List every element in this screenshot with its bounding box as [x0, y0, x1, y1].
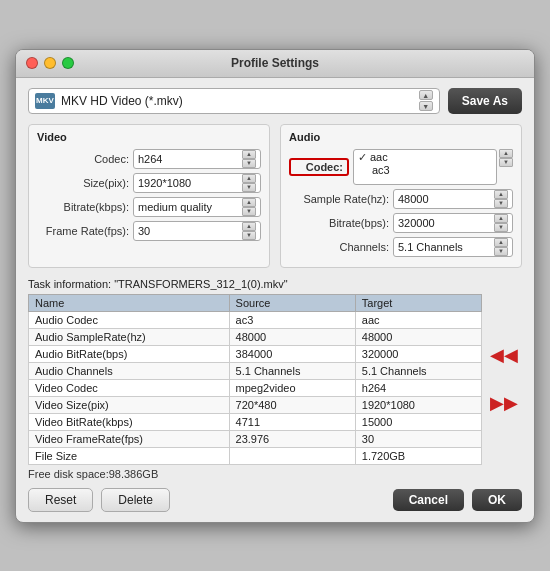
channels-arrow-up[interactable]: ▲ [494, 238, 508, 247]
table-cell-1: mpeg2video [229, 379, 355, 396]
table-row: Audio BitRate(bps)384000320000 [29, 345, 482, 362]
codec-arrow-up[interactable]: ▲ [242, 150, 256, 159]
audio-codec-arrow-up[interactable]: ▲ [499, 149, 513, 158]
codec-row: Codec: h264 ▲ ▼ [37, 149, 261, 169]
save-as-button[interactable]: Save As [448, 88, 522, 114]
next-button[interactable]: ▶▶ [490, 394, 518, 412]
table-row: Video FrameRate(fps)23.97630 [29, 430, 482, 447]
samplerate-label: Sample Rate(hz): [289, 193, 389, 205]
profile-selector[interactable]: MKV MKV HD Video (*.mkv) ▲ ▼ [28, 88, 440, 114]
audio-codec-label: Codec: [289, 158, 349, 176]
prev-button[interactable]: ◀◀ [490, 346, 518, 364]
profile-arrow-down[interactable]: ▼ [419, 101, 433, 111]
bitrate-arrow-down[interactable]: ▼ [242, 207, 256, 216]
audio-panel-title: Audio [289, 131, 513, 143]
col-target: Target [355, 294, 481, 311]
channels-stepper[interactable]: ▲ ▼ [494, 238, 508, 256]
codec-arrow-down[interactable]: ▼ [242, 159, 256, 168]
framerate-stepper[interactable]: ▲ ▼ [242, 222, 256, 240]
samplerate-arrow-down[interactable]: ▼ [494, 199, 508, 208]
audio-codec-arrow-down[interactable]: ▼ [499, 158, 513, 167]
audio-bitrate-arrow-up[interactable]: ▲ [494, 214, 508, 223]
table-cell-0: Audio Codec [29, 311, 230, 328]
codec-field[interactable]: h264 ▲ ▼ [133, 149, 261, 169]
profile-icon: MKV [35, 93, 55, 109]
bitrate-arrow-up[interactable]: ▲ [242, 198, 256, 207]
window: Profile Settings MKV MKV HD Video (*.mkv… [15, 49, 535, 523]
delete-button[interactable]: Delete [101, 488, 170, 512]
framerate-field[interactable]: 30 ▲ ▼ [133, 221, 261, 241]
table-row: File Size1.720GB [29, 447, 482, 464]
codec-ac3-option: ac3 [358, 164, 492, 176]
samplerate-arrow-up[interactable]: ▲ [494, 190, 508, 199]
table-cell-2: 320000 [355, 345, 481, 362]
window-title: Profile Settings [231, 56, 319, 70]
nav-arrows: ◀◀ ▶▶ [486, 278, 522, 480]
table-row: Video Codecmpeg2videoh264 [29, 379, 482, 396]
channels-row: Channels: 5.1 Channels ▲ ▼ [289, 237, 513, 257]
table-cell-2: 1920*1080 [355, 396, 481, 413]
size-arrow-down[interactable]: ▼ [242, 183, 256, 192]
table-row: Video BitRate(kbps)471115000 [29, 413, 482, 430]
bottom-left-buttons: Reset Delete [28, 488, 170, 512]
table-cell-2: h264 [355, 379, 481, 396]
titlebar: Profile Settings [16, 50, 534, 78]
profile-name: MKV HD Video (*.mkv) [61, 94, 413, 108]
bottom-row: Reset Delete Cancel OK [28, 488, 522, 512]
table-cell-0: Audio SampleRate(hz) [29, 328, 230, 345]
table-cell-2: 15000 [355, 413, 481, 430]
close-button[interactable] [26, 57, 38, 69]
task-section: Task information: "TRANSFORMERS_312_1(0)… [28, 278, 482, 480]
top-row: MKV MKV HD Video (*.mkv) ▲ ▼ Save As [28, 88, 522, 114]
framerate-arrow-up[interactable]: ▲ [242, 222, 256, 231]
size-stepper[interactable]: ▲ ▼ [242, 174, 256, 192]
framerate-label: Frame Rate(fps): [37, 225, 129, 237]
profile-arrow-up[interactable]: ▲ [419, 90, 433, 100]
size-arrow-up[interactable]: ▲ [242, 174, 256, 183]
table-cell-2: 5.1 Channels [355, 362, 481, 379]
size-field[interactable]: 1920*1080 ▲ ▼ [133, 173, 261, 193]
free-space: Free disk space:98.386GB [28, 468, 482, 480]
table-cell-0: Audio Channels [29, 362, 230, 379]
codec-stepper[interactable]: ▲ ▼ [242, 150, 256, 168]
table-row: Audio Channels5.1 Channels5.1 Channels [29, 362, 482, 379]
audio-bitrate-stepper[interactable]: ▲ ▼ [494, 214, 508, 232]
profile-stepper[interactable]: ▲ ▼ [419, 90, 433, 111]
framerate-arrow-down[interactable]: ▼ [242, 231, 256, 240]
maximize-button[interactable] [62, 57, 74, 69]
table-cell-2: 30 [355, 430, 481, 447]
bitrate-field[interactable]: medium quality ▲ ▼ [133, 197, 261, 217]
bottom-right-buttons: Cancel OK [393, 489, 522, 511]
channels-field[interactable]: 5.1 Channels ▲ ▼ [393, 237, 513, 257]
framerate-row: Frame Rate(fps): 30 ▲ ▼ [37, 221, 261, 241]
audio-bitrate-field[interactable]: 320000 ▲ ▼ [393, 213, 513, 233]
task-table: Name Source Target Audio Codecac3aacAudi… [28, 294, 482, 465]
audio-bitrate-row: Bitrate(bps): 320000 ▲ ▼ [289, 213, 513, 233]
audio-bitrate-arrow-down[interactable]: ▼ [494, 223, 508, 232]
samplerate-row: Sample Rate(hz): 48000 ▲ ▼ [289, 189, 513, 209]
codec-label: Codec: [37, 153, 129, 165]
table-cell-1: 5.1 Channels [229, 362, 355, 379]
cancel-button[interactable]: Cancel [393, 489, 464, 511]
reset-button[interactable]: Reset [28, 488, 93, 512]
size-row: Size(pix): 1920*1080 ▲ ▼ [37, 173, 261, 193]
table-cell-0: Video FrameRate(fps) [29, 430, 230, 447]
samplerate-field[interactable]: 48000 ▲ ▼ [393, 189, 513, 209]
video-panel-title: Video [37, 131, 261, 143]
ok-button[interactable]: OK [472, 489, 522, 511]
audio-codec-stepper[interactable]: ▲ ▼ [499, 149, 513, 185]
bitrate-row: Bitrate(kbps): medium quality ▲ ▼ [37, 197, 261, 217]
table-cell-1 [229, 447, 355, 464]
minimize-button[interactable] [44, 57, 56, 69]
channels-arrow-down[interactable]: ▼ [494, 247, 508, 256]
table-cell-1: 48000 [229, 328, 355, 345]
bitrate-stepper[interactable]: ▲ ▼ [242, 198, 256, 216]
task-title: Task information: "TRANSFORMERS_312_1(0)… [28, 278, 482, 290]
panels-row: Video Codec: h264 ▲ ▼ Size(pix): 1920*10… [28, 124, 522, 268]
audio-codec-field[interactable]: ✓ aac ac3 [353, 149, 497, 185]
table-row: Video Size(pix)720*4801920*1080 [29, 396, 482, 413]
samplerate-stepper[interactable]: ▲ ▼ [494, 190, 508, 208]
task-and-nav: Task information: "TRANSFORMERS_312_1(0)… [28, 278, 522, 480]
table-cell-2: aac [355, 311, 481, 328]
table-row: Audio Codecac3aac [29, 311, 482, 328]
